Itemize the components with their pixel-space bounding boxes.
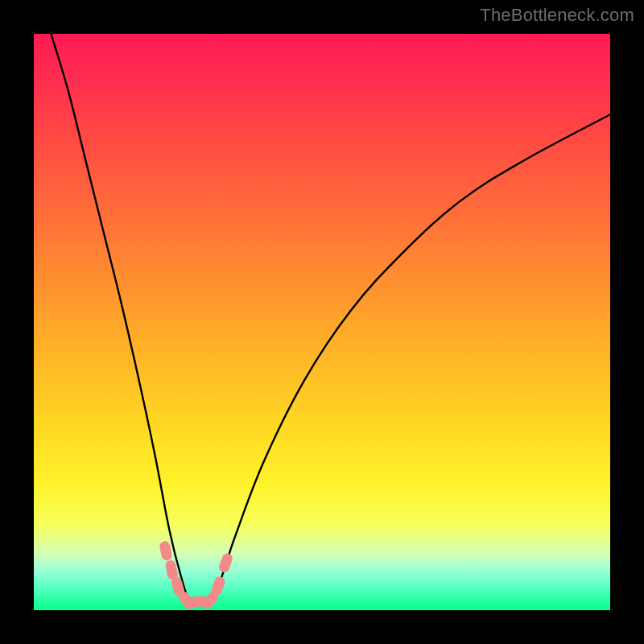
watermark-text: TheBottleneck.com — [480, 5, 634, 26]
curve-marker — [217, 552, 234, 574]
curve-layer — [34, 34, 610, 610]
plot-area — [34, 34, 610, 610]
curve-marker — [159, 540, 173, 561]
bottleneck-curve — [51, 34, 610, 603]
chart-frame: TheBottleneck.com — [0, 0, 644, 644]
